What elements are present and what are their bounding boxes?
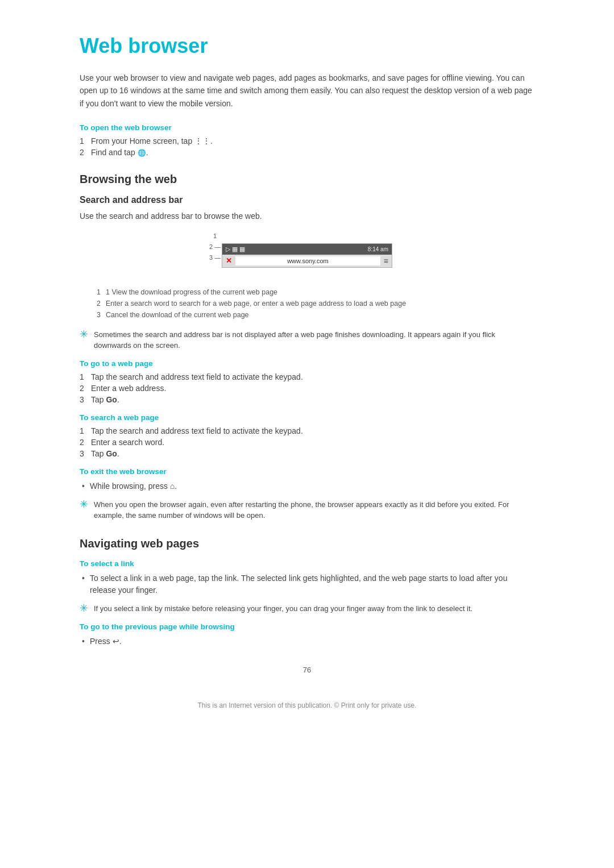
search-bar-description: Use the search and address bar to browse…	[80, 210, 534, 222]
page-title: Web browser	[80, 34, 534, 58]
callout-note-2: 2Enter a search word to search for a web…	[97, 300, 534, 308]
exit-browser-item: While browsing, press .	[80, 480, 534, 492]
go-to-web-page-heading: To go to a web page	[80, 359, 534, 368]
browser-screenshot: 1 2 — 3 — ▷ ▦ ▦ 8:14 am ✕ www.sony.com ≡	[80, 232, 534, 279]
grid-icon: ⋮⋮	[194, 136, 210, 146]
go-to-web-page-steps: 1Tap the search and address text field t…	[80, 372, 534, 404]
open-browser-heading: To open the web browser	[80, 123, 534, 132]
home-icon	[170, 480, 175, 492]
browsing-web-title: Browsing the web	[80, 173, 534, 186]
callout-2: 2 —	[209, 244, 221, 250]
select-link-item: To select a link in a web page, tap the …	[80, 572, 534, 596]
tip-icon-3: ✳	[80, 602, 88, 614]
page-footer: This is an Internet version of this publ…	[80, 701, 534, 709]
search-step-2: 2Enter a search word.	[80, 438, 534, 447]
intro-paragraph: Use your web browser to view and navigat…	[80, 72, 534, 110]
tip-icon-2: ✳	[80, 498, 88, 510]
callout-note-3: 3Cancel the download of the current web …	[97, 311, 534, 319]
status-icons: ▷ ▦ ▦	[226, 246, 245, 253]
search-web-page-heading: To search a web page	[80, 413, 534, 422]
tip-icon-1: ✳	[80, 328, 88, 340]
tip-2: ✳ When you open the browser again, even …	[80, 499, 534, 521]
callout-notes: 11 View the download progress of the cur…	[97, 288, 534, 319]
clock-display: 8:14 am	[368, 246, 388, 252]
cancel-download-icon: ✕	[226, 256, 232, 265]
previous-page-heading: To go to the previous page while browsin…	[80, 622, 534, 631]
open-step-1: 1 From your Home screen, tap ⋮⋮.	[80, 136, 534, 146]
search-address-bar-subtitle: Search and address bar	[80, 195, 534, 205]
select-link-heading: To select a link	[80, 559, 534, 568]
search-web-page-steps: 1Tap the search and address text field t…	[80, 426, 534, 458]
search-step-1: 1Tap the search and address text field t…	[80, 426, 534, 435]
navigating-web-title: Navigating web pages	[80, 537, 534, 550]
back-icon	[113, 636, 119, 647]
globe-icon	[138, 148, 146, 157]
tip-3: ✳ If you select a link by mistake before…	[80, 603, 534, 614]
tip-text-1: Sometimes the search and address bar is …	[94, 329, 534, 351]
go-step-1: 1Tap the search and address text field t…	[80, 372, 534, 381]
go-step-3: 3Tap Go.	[80, 395, 534, 404]
callout-1: 1	[209, 233, 221, 239]
page-number: 76	[80, 666, 534, 674]
exit-browser-heading: To exit the web browser	[80, 467, 534, 476]
exit-browser-bullets: While browsing, press .	[80, 480, 534, 492]
browser-top-bar: ▷ ▦ ▦ 8:14 am	[222, 244, 392, 255]
tip-text-3: If you select a link by mistake before r…	[94, 603, 472, 614]
go-step-2: 2Enter a web address.	[80, 384, 534, 393]
open-step-2: 2 Find and tap .	[80, 148, 534, 157]
menu-icon: ≡	[384, 256, 388, 265]
browser-mockup: ▷ ▦ ▦ 8:14 am ✕ www.sony.com ≡	[222, 243, 392, 268]
callout-note-1: 11 View the download progress of the cur…	[97, 288, 534, 296]
url-display: www.sony.com	[235, 256, 380, 265]
previous-page-item: Press .	[80, 636, 534, 647]
open-browser-steps: 1 From your Home screen, tap ⋮⋮. 2 Find …	[80, 136, 534, 157]
address-bar: ✕ www.sony.com ≡	[222, 255, 392, 267]
callout-3: 3 —	[209, 255, 221, 261]
previous-page-bullets: Press .	[80, 636, 534, 647]
search-step-3: 3Tap Go.	[80, 449, 534, 458]
select-link-bullets: To select a link in a web page, tap the …	[80, 572, 534, 596]
tip-1: ✳ Sometimes the search and address bar i…	[80, 329, 534, 351]
tip-text-2: When you open the browser again, even af…	[94, 499, 534, 521]
